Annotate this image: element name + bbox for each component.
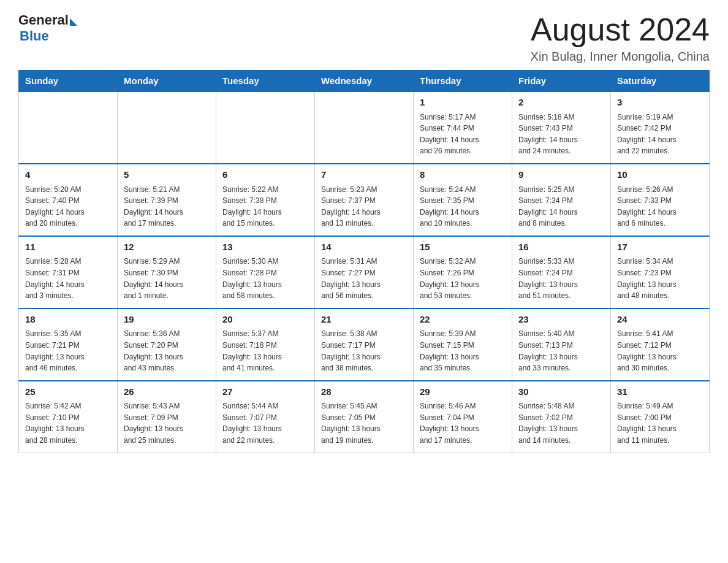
day-number: 3 (617, 96, 703, 110)
calendar-table: SundayMondayTuesdayWednesdayThursdayFrid… (18, 70, 710, 453)
calendar-cell: 22Sunrise: 5:39 AMSunset: 7:15 PMDayligh… (414, 308, 512, 381)
calendar-cell: 6Sunrise: 5:22 AMSunset: 7:38 PMDaylight… (216, 164, 315, 236)
calendar-cell: 19Sunrise: 5:36 AMSunset: 7:20 PMDayligh… (118, 308, 216, 381)
day-info: Sunrise: 5:36 AMSunset: 7:20 PMDaylight:… (124, 328, 210, 373)
week-row-5: 25Sunrise: 5:42 AMSunset: 7:10 PMDayligh… (19, 381, 710, 453)
weekday-header-saturday: Saturday (611, 71, 710, 92)
weekday-header-thursday: Thursday (414, 71, 512, 92)
day-number: 8 (420, 168, 506, 182)
calendar-cell: 30Sunrise: 5:48 AMSunset: 7:02 PMDayligh… (512, 381, 611, 453)
header: General Blue August 2024 Xin Bulag, Inne… (18, 12, 710, 64)
logo: General Blue (18, 12, 77, 44)
day-number: 13 (222, 240, 308, 255)
day-info: Sunrise: 5:29 AMSunset: 7:30 PMDaylight:… (124, 256, 210, 301)
weekday-header-friday: Friday (512, 71, 611, 92)
day-number: 28 (321, 385, 407, 399)
calendar-cell (19, 91, 118, 164)
calendar-cell: 17Sunrise: 5:34 AMSunset: 7:23 PMDayligh… (611, 236, 710, 308)
month-title: August 2024 (531, 12, 710, 47)
calendar-cell: 14Sunrise: 5:31 AMSunset: 7:27 PMDayligh… (315, 236, 414, 308)
day-info: Sunrise: 5:40 AMSunset: 7:13 PMDaylight:… (518, 328, 604, 373)
day-info: Sunrise: 5:22 AMSunset: 7:38 PMDaylight:… (222, 184, 308, 229)
day-info: Sunrise: 5:49 AMSunset: 7:00 PMDaylight:… (617, 400, 703, 446)
calendar-cell: 25Sunrise: 5:42 AMSunset: 7:10 PMDayligh… (19, 381, 118, 453)
day-number: 12 (124, 240, 210, 255)
calendar-cell: 29Sunrise: 5:46 AMSunset: 7:04 PMDayligh… (414, 381, 512, 453)
day-number: 5 (124, 168, 210, 182)
day-number: 21 (321, 313, 407, 327)
calendar-cell: 10Sunrise: 5:26 AMSunset: 7:33 PMDayligh… (611, 164, 710, 236)
calendar-cell: 11Sunrise: 5:28 AMSunset: 7:31 PMDayligh… (19, 236, 118, 308)
day-info: Sunrise: 5:23 AMSunset: 7:37 PMDaylight:… (321, 184, 407, 229)
week-row-2: 4Sunrise: 5:20 AMSunset: 7:40 PMDaylight… (19, 164, 710, 236)
day-number: 14 (321, 240, 407, 255)
calendar-cell: 21Sunrise: 5:38 AMSunset: 7:17 PMDayligh… (315, 308, 414, 381)
calendar-cell (315, 91, 414, 164)
calendar-cell: 9Sunrise: 5:25 AMSunset: 7:34 PMDaylight… (512, 164, 611, 236)
day-number: 7 (321, 168, 407, 182)
calendar-cell: 28Sunrise: 5:45 AMSunset: 7:05 PMDayligh… (315, 381, 414, 453)
logo-arrow-icon (70, 18, 77, 26)
day-number: 11 (25, 240, 111, 255)
logo-general-text: General (18, 12, 69, 28)
day-info: Sunrise: 5:21 AMSunset: 7:39 PMDaylight:… (124, 184, 210, 229)
weekday-header-row: SundayMondayTuesdayWednesdayThursdayFrid… (19, 71, 710, 92)
day-info: Sunrise: 5:32 AMSunset: 7:26 PMDaylight:… (420, 256, 506, 301)
day-info: Sunrise: 5:43 AMSunset: 7:09 PMDaylight:… (124, 400, 210, 446)
calendar-cell: 24Sunrise: 5:41 AMSunset: 7:12 PMDayligh… (611, 308, 710, 381)
day-number: 22 (420, 313, 506, 327)
day-number: 26 (124, 385, 210, 399)
calendar-cell: 20Sunrise: 5:37 AMSunset: 7:18 PMDayligh… (216, 308, 315, 381)
day-number: 24 (617, 313, 703, 327)
day-number: 30 (518, 385, 604, 399)
day-info: Sunrise: 5:37 AMSunset: 7:18 PMDaylight:… (222, 328, 308, 373)
day-info: Sunrise: 5:20 AMSunset: 7:40 PMDaylight:… (25, 184, 111, 229)
calendar-cell: 1Sunrise: 5:17 AMSunset: 7:44 PMDaylight… (414, 91, 512, 164)
day-info: Sunrise: 5:35 AMSunset: 7:21 PMDaylight:… (25, 328, 111, 373)
calendar-cell: 27Sunrise: 5:44 AMSunset: 7:07 PMDayligh… (216, 381, 315, 453)
day-info: Sunrise: 5:44 AMSunset: 7:07 PMDaylight:… (222, 400, 308, 446)
day-info: Sunrise: 5:31 AMSunset: 7:27 PMDaylight:… (321, 256, 407, 301)
calendar-cell: 18Sunrise: 5:35 AMSunset: 7:21 PMDayligh… (19, 308, 118, 381)
day-info: Sunrise: 5:45 AMSunset: 7:05 PMDaylight:… (321, 400, 407, 446)
day-info: Sunrise: 5:19 AMSunset: 7:42 PMDaylight:… (617, 112, 703, 157)
day-number: 27 (222, 385, 308, 399)
day-number: 31 (617, 385, 703, 399)
day-number: 16 (518, 240, 604, 255)
calendar-cell (118, 91, 216, 164)
calendar-cell: 23Sunrise: 5:40 AMSunset: 7:13 PMDayligh… (512, 308, 611, 381)
calendar-cell: 2Sunrise: 5:18 AMSunset: 7:43 PMDaylight… (512, 91, 611, 164)
day-info: Sunrise: 5:24 AMSunset: 7:35 PMDaylight:… (420, 184, 506, 229)
day-info: Sunrise: 5:26 AMSunset: 7:33 PMDaylight:… (617, 184, 703, 229)
day-number: 25 (25, 385, 111, 399)
calendar-cell: 8Sunrise: 5:24 AMSunset: 7:35 PMDaylight… (414, 164, 512, 236)
day-info: Sunrise: 5:42 AMSunset: 7:10 PMDaylight:… (25, 400, 111, 446)
day-number: 18 (25, 313, 111, 327)
calendar-cell: 13Sunrise: 5:30 AMSunset: 7:28 PMDayligh… (216, 236, 315, 308)
calendar-cell: 31Sunrise: 5:49 AMSunset: 7:00 PMDayligh… (611, 381, 710, 453)
day-number: 9 (518, 168, 604, 182)
weekday-header-sunday: Sunday (19, 71, 118, 92)
day-info: Sunrise: 5:28 AMSunset: 7:31 PMDaylight:… (25, 256, 111, 301)
day-number: 17 (617, 240, 703, 255)
day-number: 6 (222, 168, 308, 182)
day-info: Sunrise: 5:46 AMSunset: 7:04 PMDaylight:… (420, 400, 506, 446)
calendar-cell: 3Sunrise: 5:19 AMSunset: 7:42 PMDaylight… (611, 91, 710, 164)
day-info: Sunrise: 5:25 AMSunset: 7:34 PMDaylight:… (518, 184, 604, 229)
day-info: Sunrise: 5:33 AMSunset: 7:24 PMDaylight:… (518, 256, 604, 301)
calendar-cell: 26Sunrise: 5:43 AMSunset: 7:09 PMDayligh… (118, 381, 216, 453)
day-info: Sunrise: 5:34 AMSunset: 7:23 PMDaylight:… (617, 256, 703, 301)
week-row-3: 11Sunrise: 5:28 AMSunset: 7:31 PMDayligh… (19, 236, 710, 308)
calendar-cell (216, 91, 315, 164)
day-info: Sunrise: 5:48 AMSunset: 7:02 PMDaylight:… (518, 400, 604, 446)
day-number: 19 (124, 313, 210, 327)
day-info: Sunrise: 5:17 AMSunset: 7:44 PMDaylight:… (420, 112, 506, 157)
day-number: 20 (222, 313, 308, 327)
day-number: 15 (420, 240, 506, 255)
day-number: 23 (518, 313, 604, 327)
calendar-cell: 16Sunrise: 5:33 AMSunset: 7:24 PMDayligh… (512, 236, 611, 308)
calendar-cell: 4Sunrise: 5:20 AMSunset: 7:40 PMDaylight… (19, 164, 118, 236)
title-area: August 2024 Xin Bulag, Inner Mongolia, C… (531, 12, 710, 64)
day-info: Sunrise: 5:41 AMSunset: 7:12 PMDaylight:… (617, 328, 703, 373)
calendar-cell: 7Sunrise: 5:23 AMSunset: 7:37 PMDaylight… (315, 164, 414, 236)
